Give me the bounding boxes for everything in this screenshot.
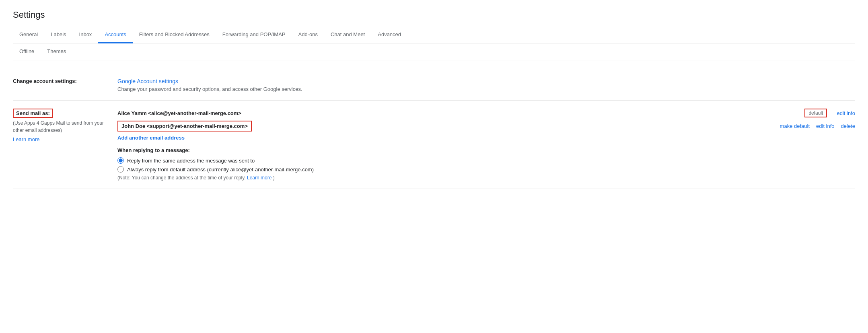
page-title: Settings bbox=[13, 10, 855, 20]
tabs-row-1: General Labels Inbox Accounts Filters an… bbox=[13, 27, 855, 43]
email-row-john: John Doe <support@yet-another-mail-merge… bbox=[117, 121, 855, 132]
john-make-default-link[interactable]: make default bbox=[780, 123, 810, 129]
send-mail-subtext: (Use Apps 4 Gapps Mail to send from your… bbox=[13, 119, 108, 134]
reply-default-radio[interactable] bbox=[117, 166, 124, 173]
tabs-row-2: Offline Themes bbox=[13, 43, 855, 60]
change-account-content: Google Account settings Change your pass… bbox=[117, 78, 855, 92]
reply-default-label: Always reply from default address (curre… bbox=[127, 166, 314, 173]
send-mail-label: Send mail as: bbox=[13, 109, 53, 118]
tab-forwarding[interactable]: Forwarding and POP/IMAP bbox=[216, 27, 292, 43]
send-mail-label-col: Send mail as: (Use Apps 4 Gapps Mail to … bbox=[13, 109, 117, 142]
reply-learn-more-link[interactable]: Learn more bbox=[247, 175, 272, 181]
send-mail-learn-more-link[interactable]: Learn more bbox=[13, 136, 39, 142]
reply-section-title: When replying to a message: bbox=[117, 147, 855, 153]
tab-accounts[interactable]: Accounts bbox=[98, 27, 132, 43]
john-edit-info-link[interactable]: edit info bbox=[816, 123, 835, 129]
reply-note: (Note: You can change the address at the… bbox=[117, 175, 855, 181]
tab-themes[interactable]: Themes bbox=[41, 43, 72, 60]
alice-edit-info-link[interactable]: edit info bbox=[837, 110, 855, 116]
tab-inbox[interactable]: Inbox bbox=[73, 27, 99, 43]
change-account-description: Change your password and security option… bbox=[117, 86, 855, 92]
john-email-display: John Doe <support@yet-another-mail-merge… bbox=[117, 121, 252, 132]
send-mail-content: Alice Yamm <alice@yet-another-mail-merge… bbox=[117, 109, 855, 181]
reply-note-end: ) bbox=[273, 175, 275, 181]
tab-advanced[interactable]: Advanced bbox=[371, 27, 407, 43]
radio-option-reply-same: Reply from the same address the message … bbox=[117, 157, 855, 164]
default-badge: default bbox=[804, 109, 827, 117]
change-account-section: Change account settings: Google Account … bbox=[13, 70, 855, 101]
send-mail-section: Send mail as: (Use Apps 4 Gapps Mail to … bbox=[13, 101, 855, 189]
tab-offline[interactable]: Offline bbox=[13, 43, 41, 60]
change-account-label: Change account settings: bbox=[13, 78, 117, 84]
reply-same-radio[interactable] bbox=[117, 157, 124, 164]
email-row-alice: Alice Yamm <alice@yet-another-mail-merge… bbox=[117, 109, 855, 117]
radio-option-reply-default: Always reply from default address (curre… bbox=[117, 166, 855, 173]
tab-filters[interactable]: Filters and Blocked Addresses bbox=[133, 27, 216, 43]
tab-general[interactable]: General bbox=[13, 27, 44, 43]
add-email-link[interactable]: Add another email address bbox=[117, 135, 185, 141]
google-account-settings-link[interactable]: Google Account settings bbox=[117, 78, 178, 84]
tab-addons[interactable]: Add-ons bbox=[292, 27, 324, 43]
reply-note-text: (Note: You can change the address at the… bbox=[117, 175, 246, 181]
alice-email-display: Alice Yamm <alice@yet-another-mail-merge… bbox=[117, 110, 804, 116]
reply-same-label: Reply from the same address the message … bbox=[127, 158, 255, 164]
tab-labels[interactable]: Labels bbox=[44, 27, 72, 43]
tab-chat[interactable]: Chat and Meet bbox=[324, 27, 371, 43]
john-delete-link[interactable]: delete bbox=[841, 123, 855, 129]
